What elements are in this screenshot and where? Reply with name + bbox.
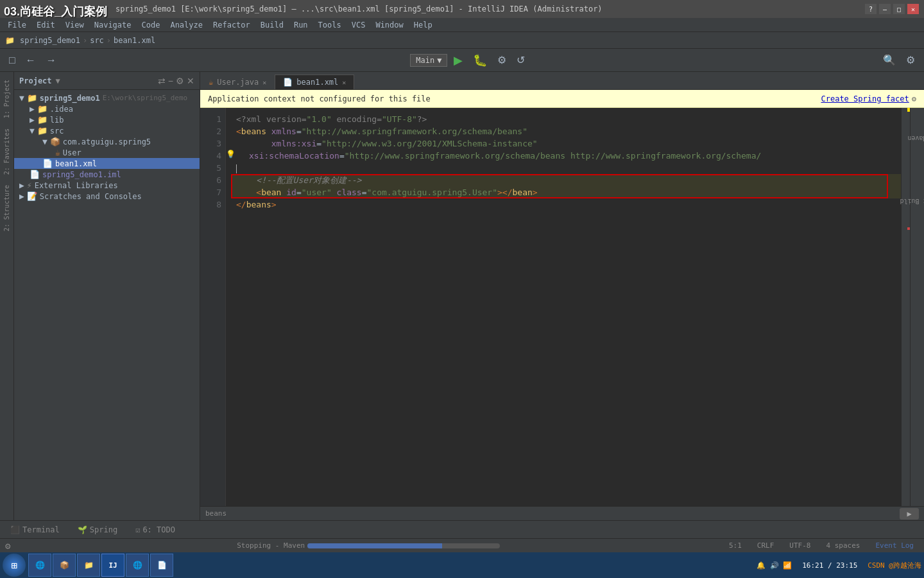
status-encoding[interactable]: UTF-8 xyxy=(784,541,816,550)
code-line-4: xsi:schemaLocation="http://www.springfra… xyxy=(231,150,901,162)
menu-item-code[interactable]: Code xyxy=(137,19,166,31)
tree-item-user[interactable]: ☕ User xyxy=(14,147,200,158)
menu-item-refactor[interactable]: Refactor xyxy=(208,19,255,31)
error-stripe-item xyxy=(907,227,910,230)
package-icon: 📦 xyxy=(50,137,60,146)
debug-button[interactable]: 🐛 xyxy=(469,51,491,70)
project-panel-header: Project ▼ ⇄ − ⚙ ✕ xyxy=(14,72,200,90)
code-line-6: <!--配置User对象创建--> xyxy=(231,174,901,186)
menu-item-edit[interactable]: Edit xyxy=(31,19,60,31)
menu-item-run[interactable]: Run xyxy=(289,19,313,31)
tree-label-iml: spring5_demo1.iml xyxy=(42,170,121,179)
maven-tab[interactable]: Maven xyxy=(902,134,924,143)
build-button[interactable]: ⚙ xyxy=(493,51,510,69)
taskbar-app-chrome[interactable]: 🌐 xyxy=(126,554,149,577)
bottom-tab-spring[interactable]: 🌱 Spring xyxy=(73,524,123,536)
tab-close-bean1-xml[interactable]: ✕ xyxy=(342,79,346,86)
taskbar-app-ie[interactable]: 🌐 xyxy=(28,554,51,577)
sidebar-icon-favorites[interactable]: 2: Favorites xyxy=(2,123,12,180)
tree-label-package: com.atguigu.spring5 xyxy=(63,137,151,146)
tree-item-lib[interactable]: ▶ 📁 lib xyxy=(14,114,200,125)
minimize-button[interactable]: — xyxy=(879,4,891,14)
search-everywhere-btn[interactable]: 🔍 xyxy=(879,51,900,69)
tree-path-root: E:\work\spring5_demo xyxy=(103,94,187,102)
menu-item-tools[interactable]: Tools xyxy=(313,19,346,31)
breadcrumb-item-project[interactable]: spring5_demo1 xyxy=(20,36,80,45)
menu-item-build[interactable]: Build xyxy=(255,19,289,31)
status-icon: ⚙ xyxy=(5,541,10,551)
editor-area: ☕ User.java ✕ 📄 bean1.xml ✕ Application … xyxy=(200,72,924,520)
menu-item-view[interactable]: View xyxy=(60,19,89,31)
iml-file-icon: 📄 xyxy=(30,170,40,179)
scroll-right-icon: ▶ xyxy=(907,509,911,518)
panel-collapse-btn[interactable]: − xyxy=(168,76,173,86)
artbuild-tab[interactable]: Art Build xyxy=(894,197,924,206)
event-log-link[interactable]: Event Log xyxy=(870,541,919,550)
taskbar-app-file[interactable]: 📄 xyxy=(150,554,173,577)
panel-close-btn[interactable]: ✕ xyxy=(187,76,194,86)
tree-label-user: User xyxy=(63,148,81,157)
tree-item-idea[interactable]: ▶ 📁 .idea xyxy=(14,103,200,114)
menu-item-help[interactable]: Help xyxy=(409,19,438,31)
tree-label-lib: lib xyxy=(50,116,64,125)
code-editor[interactable]: 1 2 3 4 5 6 7 8 💡 <?xml vers xyxy=(200,108,924,506)
close-button[interactable]: ✕ xyxy=(907,4,919,14)
notification-bar: Application context not configured for t… xyxy=(200,90,924,108)
menu-item-analyze[interactable]: Analyze xyxy=(165,19,208,31)
breadcrumb-item-src[interactable]: src xyxy=(90,36,104,45)
tree-label-scratches: Scratches and Consoles xyxy=(40,192,142,201)
bottom-tab-terminal[interactable]: ⬛ Terminal xyxy=(5,524,65,536)
run-config-selector[interactable]: Main ▼ xyxy=(410,54,447,67)
tab-icon-java: ☕ xyxy=(209,78,213,87)
run-button[interactable]: ▶ xyxy=(450,51,466,70)
breadcrumb-item-file[interactable]: bean1.xml xyxy=(114,36,155,45)
menu-item-navigate[interactable]: Navigate xyxy=(89,19,137,31)
taskbar-app-idea[interactable]: IJ xyxy=(101,554,124,577)
tab-user-java[interactable]: ☕ User.java ✕ xyxy=(200,74,275,89)
taskbar-app-pkg[interactable]: 📦 xyxy=(53,554,76,577)
expand-icon-idea: ▶ xyxy=(30,104,35,114)
code-content[interactable]: <?xml version="1.0" encoding="UTF-8"?> <… xyxy=(226,108,901,216)
tree-item-extlibs[interactable]: ▶ ⚡ External Libraries xyxy=(14,180,200,191)
taskbar-app-folder[interactable]: 📁 xyxy=(77,554,100,577)
menu-item-window[interactable]: Window xyxy=(370,19,408,31)
tree-label-src: src xyxy=(50,127,64,136)
tree-item-bean1[interactable]: 📄 bean1.xml xyxy=(14,158,200,169)
menu-item-vcs[interactable]: VCS xyxy=(346,19,371,31)
sidebar-icon-structure[interactable]: 2: Structure xyxy=(2,180,12,236)
scroll-right-btn[interactable]: ▶ xyxy=(900,508,919,520)
bottom-tab-todo[interactable]: ☑ 6: TODO xyxy=(130,524,180,536)
status-indent[interactable]: 4 spaces xyxy=(821,541,865,550)
maximize-button[interactable]: □ xyxy=(893,4,905,14)
settings-btn[interactable]: ⚙ xyxy=(902,51,919,69)
bottom-breadcrumb-beans: beans xyxy=(205,509,227,518)
folder-icon-src: 📁 xyxy=(37,126,47,136)
toolbar-back-btn[interactable]: ← xyxy=(22,52,40,69)
status-line-col[interactable]: 5:1 xyxy=(724,541,747,550)
panel-sync-btn[interactable]: ⇄ xyxy=(158,76,166,86)
toolbar-layout-btn[interactable]: □ xyxy=(5,52,19,69)
reload-button[interactable]: ↺ xyxy=(513,51,529,69)
systray-icons: 🔔 🔊 📶 xyxy=(757,561,792,570)
notification-gear-icon[interactable]: ⚙ xyxy=(912,94,916,103)
status-crlf[interactable]: CRLF xyxy=(752,541,780,550)
breadcrumb-sep-2: › xyxy=(107,36,111,45)
expand-icon-scratches: ▶ xyxy=(19,191,24,201)
sidebar-icon-project[interactable]: 1: Project xyxy=(2,74,12,123)
tree-item-src[interactable]: ▼ 📁 src xyxy=(14,125,200,136)
folder-icon-lib: 📁 xyxy=(37,115,47,125)
tree-item-iml[interactable]: 📄 spring5_demo1.iml xyxy=(14,169,200,180)
toolbar-forward-btn[interactable]: → xyxy=(42,52,60,69)
tree-item-scratches[interactable]: ▶ 📝 Scratches and Consoles xyxy=(14,191,200,202)
panel-settings-btn[interactable]: ⚙ xyxy=(176,76,184,86)
tree-item-package[interactable]: ▼ 📦 com.atguigu.spring5 xyxy=(14,136,200,147)
tab-close-user-java[interactable]: ✕ xyxy=(262,79,266,86)
help-button[interactable]: ? xyxy=(865,4,877,14)
bottom-toolbar: ⬛ Terminal 🌱 Spring ☑ 6: TODO xyxy=(0,520,924,538)
tree-item-root[interactable]: ▼ 📁 spring5_demo1 E:\work\spring5_demo xyxy=(14,92,200,103)
tab-bean1-xml[interactable]: 📄 bean1.xml ✕ xyxy=(275,74,354,89)
start-button[interactable]: ⊞ xyxy=(3,554,26,577)
notification-link[interactable]: Create Spring facet xyxy=(821,94,909,103)
pkg-icon: 📦 xyxy=(60,561,69,570)
menu-item-file[interactable]: File xyxy=(3,19,31,31)
